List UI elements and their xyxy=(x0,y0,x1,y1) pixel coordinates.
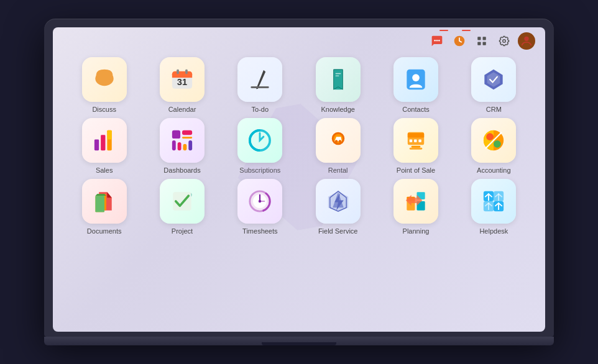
svg-point-50 xyxy=(487,133,494,140)
app-label-accounting: Accounting xyxy=(477,166,510,174)
app-icon-rental xyxy=(316,118,361,163)
svg-rect-31 xyxy=(172,140,176,150)
app-item-documents[interactable]: Documents xyxy=(68,179,140,235)
screen: Discuss 31 Calendar To-do Knowledge Cont… xyxy=(53,27,545,332)
svg-rect-30 xyxy=(182,137,192,139)
app-icon-planning xyxy=(393,179,438,224)
app-label-pointofsale: Point of Sale xyxy=(397,166,435,174)
app-item-sales[interactable]: Sales xyxy=(68,118,140,174)
svg-text:31: 31 xyxy=(177,77,187,87)
app-icon-knowledge xyxy=(316,57,361,102)
svg-rect-16 xyxy=(251,86,269,88)
svg-rect-42 xyxy=(408,133,424,137)
app-icon-documents xyxy=(82,179,127,224)
app-label-contacts: Contacts xyxy=(402,106,429,113)
laptop-container: Discuss 31 Calendar To-do Knowledge Cont… xyxy=(44,19,554,345)
app-icon-calendar: 31 xyxy=(160,57,205,102)
app-label-knowledge: Knowledge xyxy=(321,106,354,113)
grid-topbar-icon[interactable] xyxy=(473,32,490,50)
svg-rect-5 xyxy=(483,37,486,40)
svg-rect-14 xyxy=(177,70,179,74)
app-label-timesheets: Timesheets xyxy=(242,227,277,235)
app-icon-project xyxy=(160,179,205,224)
app-label-crm: CRM xyxy=(486,106,502,113)
app-item-knowledge[interactable]: Knowledge xyxy=(301,57,374,113)
svg-rect-34 xyxy=(188,140,192,150)
user-avatar[interactable] xyxy=(518,32,535,50)
laptop-base xyxy=(44,337,554,345)
app-label-dashboards: Dashboards xyxy=(163,166,200,174)
app-item-subscriptions[interactable]: Subscriptions xyxy=(224,118,297,174)
app-item-crm[interactable]: CRM xyxy=(458,57,530,113)
svg-rect-45 xyxy=(418,140,421,142)
discuss-badge xyxy=(439,30,448,31)
app-item-rental[interactable]: Rental xyxy=(301,118,374,174)
app-icon-fieldservice xyxy=(316,179,361,224)
svg-rect-32 xyxy=(178,142,182,150)
app-item-discuss[interactable]: Discuss xyxy=(68,57,140,113)
svg-rect-24 xyxy=(94,140,99,151)
app-item-project[interactable]: Project xyxy=(145,179,218,235)
app-icon-pointofsale xyxy=(393,118,438,163)
app-icon-dashboards xyxy=(160,118,205,163)
app-label-planning: Planning xyxy=(403,227,430,235)
app-icon-crm xyxy=(471,57,516,102)
app-icon-sales xyxy=(82,118,127,163)
svg-rect-44 xyxy=(414,140,416,142)
app-icon-contacts xyxy=(393,57,438,102)
svg-point-40 xyxy=(338,140,341,142)
svg-point-0 xyxy=(434,40,436,41)
app-item-dashboards[interactable]: Dashboards xyxy=(145,118,218,174)
app-label-subscriptions: Subscriptions xyxy=(239,166,280,174)
app-item-calendar[interactable]: 31 Calendar xyxy=(145,57,218,113)
svg-rect-33 xyxy=(183,144,186,150)
svg-rect-19 xyxy=(335,75,339,76)
app-item-helpdesk[interactable]: Helpdesk xyxy=(458,179,530,235)
svg-point-8 xyxy=(524,37,528,41)
svg-rect-29 xyxy=(182,130,192,135)
app-item-timesheets[interactable]: Timesheets xyxy=(224,179,297,235)
app-label-rental: Rental xyxy=(328,166,348,174)
svg-rect-28 xyxy=(172,130,180,139)
app-icon-subscriptions xyxy=(237,118,282,163)
app-label-discuss: Discuss xyxy=(92,106,116,113)
settings-topbar-icon[interactable] xyxy=(495,32,513,50)
topbar xyxy=(53,27,545,55)
app-icon-discuss xyxy=(82,57,127,102)
svg-rect-6 xyxy=(477,42,481,45)
svg-rect-7 xyxy=(483,42,486,45)
discuss-topbar-icon[interactable] xyxy=(428,32,446,50)
app-icon-accounting xyxy=(471,118,516,163)
app-label-calendar: Calendar xyxy=(168,106,196,113)
svg-rect-46 xyxy=(412,146,421,148)
app-label-project: Project xyxy=(172,227,193,235)
app-item-todo[interactable]: To-do xyxy=(224,57,297,113)
app-item-fieldservice[interactable]: Field Service xyxy=(301,179,374,235)
app-item-contacts[interactable]: Contacts xyxy=(379,57,452,113)
svg-point-21 xyxy=(412,74,420,81)
activity-topbar-icon[interactable] xyxy=(451,32,468,50)
activity-badge xyxy=(462,30,471,31)
svg-point-51 xyxy=(494,140,501,148)
app-icon-timesheets xyxy=(237,179,282,224)
svg-point-39 xyxy=(335,140,338,142)
svg-rect-17 xyxy=(333,70,343,89)
app-label-documents: Documents xyxy=(87,227,122,235)
app-label-sales: Sales xyxy=(96,166,113,174)
app-icon-helpdesk xyxy=(471,179,516,224)
svg-point-1 xyxy=(436,40,438,41)
app-icon-todo xyxy=(237,57,282,102)
app-item-accounting[interactable]: Accounting xyxy=(458,118,530,174)
app-item-pointofsale[interactable]: Point of Sale xyxy=(379,118,452,174)
svg-point-65 xyxy=(259,200,261,202)
app-label-todo: To-do xyxy=(252,106,269,113)
svg-rect-43 xyxy=(410,140,412,142)
screen-bezel: Discuss 31 Calendar To-do Knowledge Cont… xyxy=(44,19,554,337)
svg-rect-47 xyxy=(410,148,423,150)
app-label-fieldservice: Field Service xyxy=(318,227,358,235)
svg-rect-18 xyxy=(335,73,341,74)
apps-grid: Discuss 31 Calendar To-do Knowledge Cont… xyxy=(53,55,545,245)
app-item-planning[interactable]: Planning xyxy=(379,179,452,235)
svg-rect-25 xyxy=(101,135,105,150)
svg-rect-4 xyxy=(477,37,481,40)
